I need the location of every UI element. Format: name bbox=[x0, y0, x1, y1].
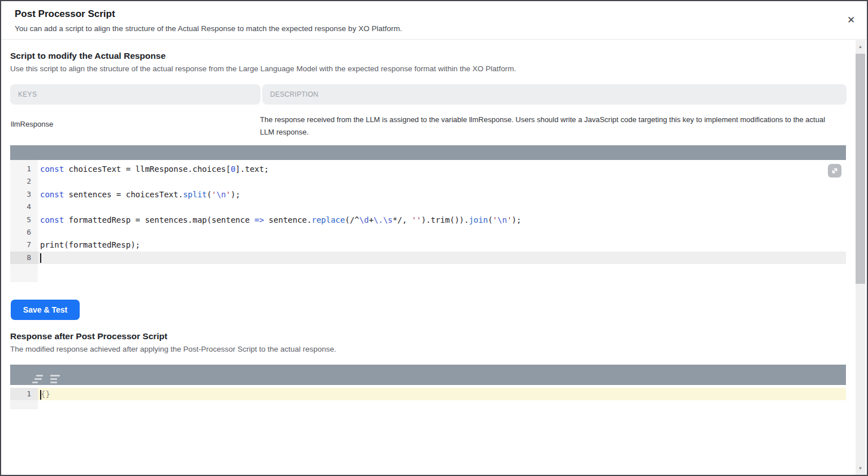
code-token: ); bbox=[231, 190, 240, 199]
close-icon[interactable]: ✕ bbox=[844, 14, 858, 27]
code-token: {} bbox=[41, 390, 50, 399]
code-line[interactable] bbox=[38, 201, 846, 213]
line-number: 8 bbox=[10, 252, 38, 264]
page-title: Post Processor Script bbox=[15, 8, 115, 20]
code-line[interactable]: const choicesText = llmResponse.choices[… bbox=[38, 163, 846, 175]
code-token: ' bbox=[226, 190, 231, 199]
code-token: '' bbox=[412, 215, 422, 224]
code-line[interactable]: {} bbox=[38, 388, 846, 400]
modal-header: Post Processor Script You can add a scri… bbox=[1, 1, 868, 40]
scroll-up-icon[interactable]: ▲ bbox=[856, 42, 865, 51]
line-number: 2 bbox=[10, 175, 38, 188]
script-section-heading: Script to modify the Actual Response bbox=[10, 51, 166, 61]
code-token: \s bbox=[383, 215, 393, 224]
align-left-icon[interactable] bbox=[43, 369, 58, 380]
line-number: 1 bbox=[10, 388, 38, 400]
code-token: (/^ bbox=[345, 215, 359, 224]
code-token: => bbox=[254, 215, 264, 224]
code-token: 0 bbox=[231, 165, 235, 174]
code-token: ).trim()). bbox=[421, 215, 468, 224]
table-row-key: llmResponse bbox=[11, 120, 53, 128]
code-line[interactable]: print(formattedResp); bbox=[38, 239, 846, 251]
table-header-description: DESCRIPTION bbox=[262, 84, 847, 105]
line-number: 4 bbox=[10, 201, 38, 213]
code-editor-body[interactable]: 1 {} bbox=[10, 385, 846, 476]
code-token: sentence. bbox=[264, 215, 311, 224]
code-line[interactable] bbox=[38, 175, 846, 188]
code-token: \. bbox=[374, 215, 383, 224]
code-editor-body[interactable]: 12345678 const choicesText = llmResponse… bbox=[10, 160, 846, 282]
code-token: \n bbox=[216, 190, 226, 199]
code-token: sentences = choicesText. bbox=[64, 190, 183, 199]
code-token: ' bbox=[493, 215, 497, 224]
code-lines[interactable]: {} bbox=[38, 385, 846, 476]
code-token: formattedResp = sentences.map(sentence bbox=[64, 215, 254, 224]
editor-header-bar bbox=[10, 365, 846, 385]
table-row-description: The response received from the LLM is as… bbox=[260, 114, 840, 138]
code-line[interactable] bbox=[38, 226, 846, 239]
code-token: replace bbox=[311, 215, 345, 224]
code-token: const bbox=[40, 215, 64, 224]
code-lines[interactable]: const choicesText = llmResponse.choices[… bbox=[38, 160, 846, 282]
code-token: ( bbox=[488, 215, 492, 224]
code-token: \d bbox=[359, 215, 369, 224]
code-line[interactable]: const formattedResp = sentences.map(sent… bbox=[38, 214, 846, 226]
code-token: choicesText = llmResponse.choices[ bbox=[64, 165, 231, 174]
modal-subtitle: You can add a script to align the struct… bbox=[15, 24, 402, 33]
script-code-editor: 12345678 const choicesText = llmResponse… bbox=[10, 145, 846, 282]
format-lines-icon[interactable] bbox=[25, 369, 40, 380]
code-token: ' bbox=[507, 215, 511, 224]
response-output-editor: 1 {} bbox=[10, 365, 846, 476]
save-and-test-button[interactable]: Save & Test bbox=[11, 300, 80, 320]
code-token: \n bbox=[497, 215, 507, 224]
code-token: ); bbox=[512, 215, 522, 224]
line-number: 1 bbox=[10, 163, 38, 175]
code-token: print(formattedResp); bbox=[40, 240, 140, 249]
code-token: const bbox=[40, 165, 64, 174]
code-token: + bbox=[369, 215, 374, 224]
code-token: */, bbox=[393, 215, 412, 224]
line-number: 6 bbox=[10, 226, 38, 239]
code-token: join bbox=[469, 215, 488, 224]
editor-header-bar bbox=[10, 145, 846, 160]
line-number: 5 bbox=[10, 214, 38, 226]
script-section-description: Use this script to align the structure o… bbox=[10, 64, 516, 73]
code-token: split bbox=[183, 190, 207, 199]
table-header-keys: KEYS bbox=[10, 84, 261, 105]
scroll-down-icon[interactable]: ▼ bbox=[856, 464, 865, 473]
code-token: const bbox=[40, 190, 64, 199]
scrollbar-thumb[interactable] bbox=[856, 54, 865, 284]
line-number: 7 bbox=[10, 239, 38, 251]
line-number-gutter: 1 bbox=[10, 385, 38, 400]
vertical-scrollbar[interactable]: ▲ ▼ bbox=[856, 40, 865, 475]
line-number-gutter: 12345678 bbox=[10, 160, 38, 282]
response-section-description: The modified response achieved after app… bbox=[10, 345, 336, 353]
text-cursor bbox=[40, 253, 41, 263]
post-processor-modal: Post Processor Script You can add a scri… bbox=[0, 0, 868, 476]
code-token: ].text; bbox=[236, 165, 269, 174]
code-token: ' bbox=[211, 190, 216, 199]
response-section-heading: Response after Post Processor Script bbox=[10, 331, 167, 341]
line-number: 3 bbox=[10, 188, 38, 201]
code-line[interactable]: const sentences = choicesText.split('\n'… bbox=[38, 188, 846, 201]
code-line[interactable] bbox=[38, 252, 846, 264]
